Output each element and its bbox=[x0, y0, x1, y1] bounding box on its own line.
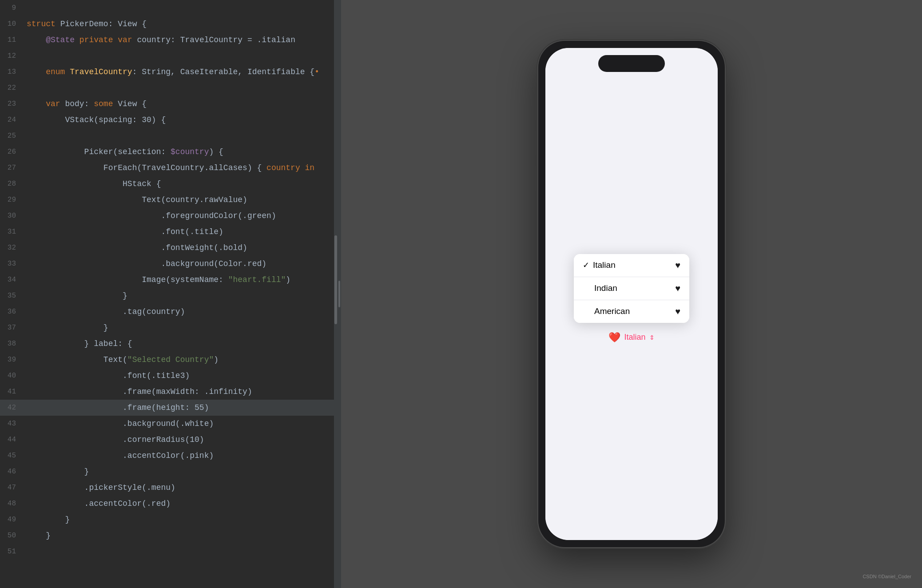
picker-item-left: ✓ Italian bbox=[583, 260, 616, 270]
selected-heart-icon: ❤️ bbox=[608, 332, 620, 343]
panel-divider bbox=[338, 0, 341, 588]
heart-icon: ♥ bbox=[675, 283, 680, 294]
heart-icon: ♥ bbox=[675, 260, 680, 270]
code-line: 35 } bbox=[0, 288, 338, 304]
picker-item-left: Indian bbox=[583, 283, 617, 293]
code-line: 50 } bbox=[0, 528, 338, 544]
code-line: 48 .accentColor(.red) bbox=[0, 496, 338, 512]
heart-icon: ♥ bbox=[675, 306, 680, 317]
power-button bbox=[726, 139, 727, 174]
code-line: 31 .font(.title) bbox=[0, 224, 338, 240]
code-line: 43 .background(.white) bbox=[0, 416, 338, 432]
code-line: 12 bbox=[0, 48, 338, 64]
code-line: 9 bbox=[0, 0, 338, 16]
code-line: 13 enum TravelCountry: String, CaseItera… bbox=[0, 64, 338, 80]
code-line: 46 } bbox=[0, 464, 338, 480]
picker-item-italian[interactable]: ✓ Italian ♥ bbox=[574, 254, 689, 277]
picker-item-left: American bbox=[583, 306, 630, 316]
code-line: 38 } label: { bbox=[0, 336, 338, 352]
picker-item-american[interactable]: American ♥ bbox=[574, 300, 689, 323]
code-line: 39 Text("Selected Country") bbox=[0, 352, 338, 368]
code-line: 37 } bbox=[0, 320, 338, 336]
code-line: 26 Picker(selection: $country) { bbox=[0, 144, 338, 160]
chevron-updown-icon: ⇕ bbox=[649, 334, 655, 341]
code-line: 27 ForEach(TravelCountry.allCases) { cou… bbox=[0, 160, 338, 176]
code-line-highlighted: 42 .frame(height: 55) bbox=[0, 400, 338, 416]
picker-item-label: Italian bbox=[593, 260, 616, 270]
volume-up-button bbox=[536, 130, 537, 156]
iphone-content: ✓ Italian ♥ Indian ♥ bbox=[545, 48, 718, 540]
picker-item-indian[interactable]: Indian ♥ bbox=[574, 277, 689, 300]
silent-button bbox=[536, 103, 537, 121]
code-line: 23 var body: some View { bbox=[0, 96, 338, 112]
code-editor: 9 10 struct PickerDemo: View { 11 @State… bbox=[0, 0, 338, 588]
scrollbar[interactable] bbox=[334, 0, 338, 588]
code-line: 25 bbox=[0, 128, 338, 144]
code-line: 32 .fontWeight(.bold) bbox=[0, 240, 338, 256]
dynamic-island bbox=[598, 55, 665, 72]
code-line: 34 Image(systemName: "heart.fill") bbox=[0, 272, 338, 288]
picker-popup[interactable]: ✓ Italian ♥ Indian ♥ bbox=[574, 254, 689, 323]
checkmark-icon: ✓ bbox=[583, 260, 589, 270]
code-line: 28 HStack { bbox=[0, 176, 338, 192]
code-line: 49 } bbox=[0, 512, 338, 528]
code-line: 40 .font(.title3) bbox=[0, 368, 338, 384]
preview-panel: ✓ Italian ♥ Indian ♥ bbox=[341, 0, 922, 588]
code-line: 51 bbox=[0, 544, 338, 560]
picker-item-label: American bbox=[594, 306, 630, 316]
code-line: 47 .pickerStyle(.menu) bbox=[0, 480, 338, 496]
scrollbar-thumb[interactable] bbox=[334, 235, 337, 324]
code-line: 41 .frame(maxWidth: .infinity) bbox=[0, 384, 338, 400]
code-line: 24 VStack(spacing: 30) { bbox=[0, 112, 338, 128]
code-line: 44 .cornerRadius(10) bbox=[0, 432, 338, 448]
selected-value-display[interactable]: ❤️ Italian ⇕ bbox=[608, 332, 654, 343]
code-line: 30 .foregroundColor(.green) bbox=[0, 208, 338, 224]
code-line: 45 .accentColor(.pink) bbox=[0, 448, 338, 464]
code-lines: 9 10 struct PickerDemo: View { 11 @State… bbox=[0, 0, 338, 560]
code-line: 29 Text(country.rawValue) bbox=[0, 192, 338, 208]
code-line: 11 @State private var country: TravelCou… bbox=[0, 32, 338, 48]
picker-item-label: Indian bbox=[594, 283, 617, 293]
code-line: 36 .tag(country) bbox=[0, 304, 338, 320]
iphone-screen: ✓ Italian ♥ Indian ♥ bbox=[545, 48, 718, 540]
code-line: 10 struct PickerDemo: View { bbox=[0, 16, 338, 32]
selected-text: Italian bbox=[624, 333, 645, 342]
code-line: 22 bbox=[0, 80, 338, 96]
watermark: CSDN ©Daniel_Coder bbox=[862, 574, 911, 579]
volume-down-button bbox=[536, 165, 537, 192]
divider-handle bbox=[338, 281, 340, 307]
code-line: 33 .background(Color.red) bbox=[0, 256, 338, 272]
iphone-frame: ✓ Italian ♥ Indian ♥ bbox=[538, 41, 725, 547]
